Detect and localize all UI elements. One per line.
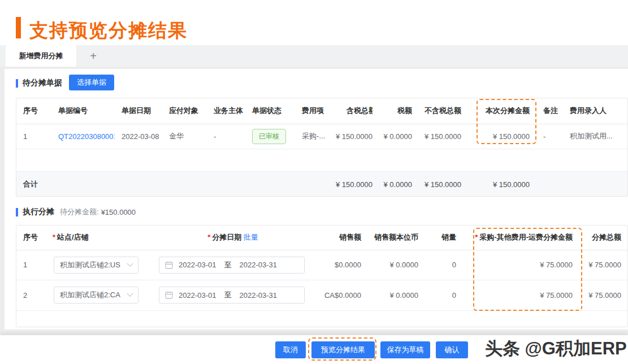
col-payable: 应付对象 xyxy=(164,98,207,124)
pending-docs-header-row: 序号 单据编号 单据日期 应付对象 业务主体 单据状态 费用项 含税总额 税额 … xyxy=(16,98,628,124)
date-start: 2022-03-01 xyxy=(179,261,216,269)
cancel-button[interactable]: 取消 xyxy=(275,341,306,358)
cell-store: 积加测试店铺2:CA xyxy=(50,280,149,310)
col-seq: 序号 xyxy=(16,98,51,124)
cell-date-range: 2022-03-01 至 2022-03-31 xyxy=(149,250,317,280)
pending-doc-row: 1 QT202203080001... 2022-03-08 金华 - 已审核 … xyxy=(16,124,628,149)
content-area: 待分摊单据 选择单据 序号 单据编号 单据日期 应付对象 业务主体 xyxy=(0,67,628,335)
calendar-icon xyxy=(165,261,173,269)
col-alloc-amount: 本次分摊金额 xyxy=(468,98,536,124)
col-date-label: 分摊日期 xyxy=(212,233,241,241)
title-bar: 支持预览分摊结果 xyxy=(0,0,628,45)
cell-sales-base: ¥ 0.0000 xyxy=(368,250,425,280)
pending-docs-table: 序号 单据编号 单据日期 应付对象 业务主体 单据状态 费用项 含税总额 税额 … xyxy=(16,98,628,197)
cell-alloc-amount: ¥ 150.0000 xyxy=(468,124,536,149)
cell-sales: CA$0.0000 xyxy=(317,280,368,310)
required-asterisk: * xyxy=(53,233,55,241)
cell-seq: 1 xyxy=(16,124,51,149)
col-store-label: 站点/店铺 xyxy=(57,233,89,241)
page-title: 支持预览分摊结果 xyxy=(29,18,188,44)
cell-doc-date: 2022-03-08 xyxy=(115,124,164,149)
execute-table-wrap: 序号 *站点/店铺 *分摊日期 批量 销售额 销售额本位币 销量 *采购-其他费… xyxy=(16,225,628,327)
footer-buttons: 取消 预览分摊结果 保存为草稿 确认 xyxy=(275,341,468,358)
execute-section-header: 执行分摊 待分摊金额: ¥150.0000 xyxy=(16,207,136,217)
batch-link[interactable]: 批量 xyxy=(244,233,258,241)
date-range-picker[interactable]: 2022-03-01 至 2022-03-31 xyxy=(159,257,305,274)
col-clipped: 分摊 xyxy=(625,98,628,124)
execute-title: 执行分摊 xyxy=(23,207,54,217)
cell-clipped xyxy=(625,124,628,149)
title-accent-bar xyxy=(16,17,21,38)
watermark-text: 头条 @G积加ERP xyxy=(485,337,627,361)
cell-payable: 金华 xyxy=(164,124,207,149)
store-select-value: 积加测试店铺2:US xyxy=(60,260,120,270)
cell-fee-alloc: ¥ 75.0000 xyxy=(463,280,584,310)
cell-tax: ¥ 0.0000 xyxy=(379,124,419,149)
cell-entity: - xyxy=(207,124,248,149)
col-tax-excl-total: 不含税总额 xyxy=(419,98,468,124)
save-draft-button[interactable]: 保存为草稿 xyxy=(380,341,430,358)
date-range-picker[interactable]: 2022-03-01 至 2022-03-31 xyxy=(159,287,305,304)
cell-date-range: 2022-03-01 至 2022-03-31 xyxy=(149,280,317,310)
cell-store: 积加测试店铺2:US xyxy=(50,250,149,280)
pending-docs-filler-row xyxy=(16,149,628,171)
cell-status: 已审核 xyxy=(248,124,297,149)
cell-expense-item: 采购-... xyxy=(297,124,335,149)
cell-sales: $0.0000 xyxy=(317,250,368,280)
preview-allocation-button[interactable]: 预览分摊结果 xyxy=(311,341,375,358)
store-select-value: 积加测试店铺2:CA xyxy=(60,290,120,300)
cell-fee-alloc: ¥ 75.0000 xyxy=(463,250,584,280)
cell-qty: 0 xyxy=(425,280,463,310)
col-store: *站点/店铺 xyxy=(50,226,149,250)
select-docs-button[interactable]: 选择单据 xyxy=(69,75,114,90)
cell-tax-excl: ¥ 150.0000 xyxy=(419,124,468,149)
col-expense-item: 费用项 xyxy=(297,98,335,124)
col-sales: 销售额 xyxy=(317,226,368,250)
pending-docs-title: 待分摊单据 xyxy=(23,78,62,88)
col-remark: 备注 xyxy=(536,98,563,124)
col-seq: 序号 xyxy=(16,226,50,250)
filler-cell xyxy=(16,310,628,327)
col-tax-incl-total: 含税总额 xyxy=(335,98,379,124)
cell-alloc-total: ¥ 75.0000 xyxy=(584,280,628,310)
cell-alloc-total: ¥ 75.0000 xyxy=(584,250,628,280)
summary-alloc: ¥ 150.0000 xyxy=(468,171,536,197)
col-doc-no: 单据编号 xyxy=(51,98,115,124)
date-end: 2022-03-31 xyxy=(240,291,278,300)
section-accent-bar xyxy=(16,79,18,88)
col-status: 单据状态 xyxy=(248,98,297,124)
col-qty: 销量 xyxy=(425,226,463,250)
confirm-button[interactable]: 确认 xyxy=(436,341,468,358)
cell-tax-incl: ¥ 150.0000 xyxy=(335,124,379,149)
footer-bar: 取消 预览分摊结果 保存为草稿 确认 头条 @G积加ERP xyxy=(0,335,628,364)
summary-tax: ¥ 0.0000 xyxy=(379,171,419,197)
tab-bar: 新增费用分摊 + xyxy=(0,45,628,67)
doc-number-link[interactable]: QT202203080001... xyxy=(58,132,115,141)
col-fee-alloc: *采购-其他费用-运费分摊金额 xyxy=(463,226,584,250)
store-select[interactable]: 积加测试店铺2:CA xyxy=(54,287,138,304)
store-select[interactable]: 积加测试店铺2:US xyxy=(54,257,138,274)
chevron-down-icon xyxy=(127,291,133,297)
summary-empty xyxy=(536,171,628,197)
summary-label: 合计 xyxy=(16,171,335,197)
cell-qty: 0 xyxy=(425,250,463,280)
col-entity: 业务主体 xyxy=(207,98,248,124)
execute-filler-row xyxy=(16,310,628,327)
cell-creator: 积加测试用... xyxy=(563,124,625,149)
col-tax: 税额 xyxy=(379,98,419,124)
content-card: 待分摊单据 选择单据 序号 单据编号 单据日期 应付对象 业务主体 xyxy=(5,69,628,330)
tab-new-expense-allocation[interactable]: 新增费用分摊 xyxy=(6,45,76,67)
pending-docs-table-wrap: 序号 单据编号 单据日期 应付对象 业务主体 单据状态 费用项 含税总额 税额 … xyxy=(16,98,628,197)
date-separator: 至 xyxy=(224,290,232,300)
pending-docs-summary-row: 合计 ¥ 150.0000 ¥ 0.0000 ¥ 150.0000 ¥ 150.… xyxy=(16,171,628,197)
cell-sales-base: ¥ 0.0000 xyxy=(368,280,425,310)
summary-tax-excl: ¥ 150.0000 xyxy=(419,171,468,197)
date-end: 2022-03-31 xyxy=(240,261,278,269)
summary-tax-incl: ¥ 150.0000 xyxy=(335,171,379,197)
add-tab-icon[interactable]: + xyxy=(84,45,103,67)
date-separator: 至 xyxy=(224,260,232,270)
calendar-icon xyxy=(165,291,173,299)
required-asterisk: * xyxy=(475,233,478,241)
col-doc-date: 单据日期 xyxy=(115,98,164,124)
execute-row-2: 2 积加测试店铺2:CA 2022-03-01 至 2022-03-31 xyxy=(16,280,628,310)
